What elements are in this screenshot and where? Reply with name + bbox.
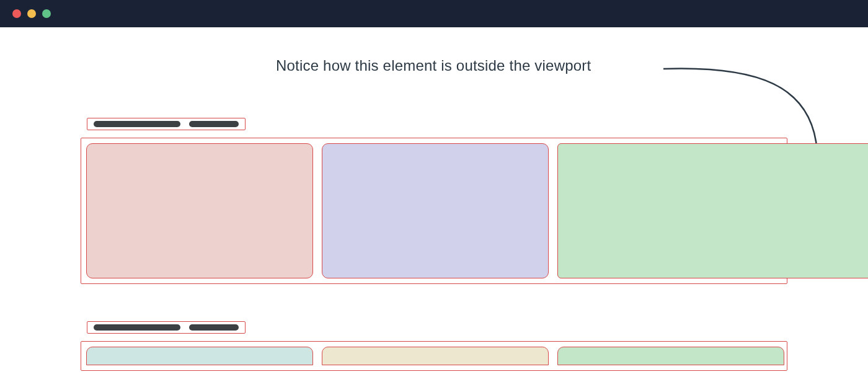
title-skeleton-bar	[189, 324, 239, 331]
card-cream[interactable]	[322, 347, 549, 365]
browser-window: Notice how this element is outside the v…	[0, 0, 868, 382]
page-content	[81, 118, 868, 371]
section-title-placeholder	[87, 321, 246, 334]
card-teal[interactable]	[86, 347, 313, 365]
title-skeleton-bar	[94, 324, 180, 331]
title-skeleton-bar	[189, 121, 239, 127]
card-pink[interactable]	[86, 143, 313, 278]
card-green-overflowing[interactable]	[557, 143, 868, 278]
annotation-text: Notice how this element is outside the v…	[276, 57, 591, 74]
window-titlebar	[0, 0, 868, 27]
card-row	[81, 138, 787, 284]
close-icon[interactable]	[12, 9, 21, 18]
section-title-placeholder	[87, 118, 246, 130]
minimize-icon[interactable]	[27, 9, 36, 18]
card-green-2[interactable]	[557, 347, 784, 365]
card-row	[81, 341, 787, 371]
zoom-icon[interactable]	[42, 9, 51, 18]
card-lilac[interactable]	[322, 143, 549, 278]
title-skeleton-bar	[94, 121, 180, 127]
